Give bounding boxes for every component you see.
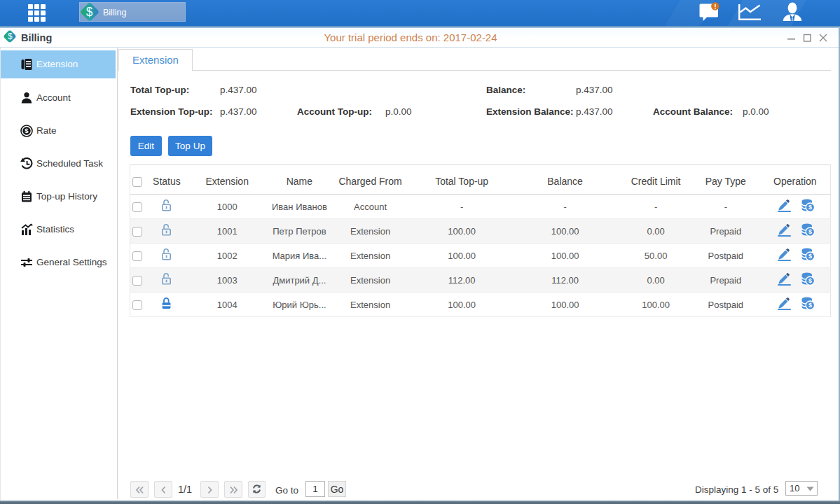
svg-text:$: $ — [25, 127, 29, 134]
